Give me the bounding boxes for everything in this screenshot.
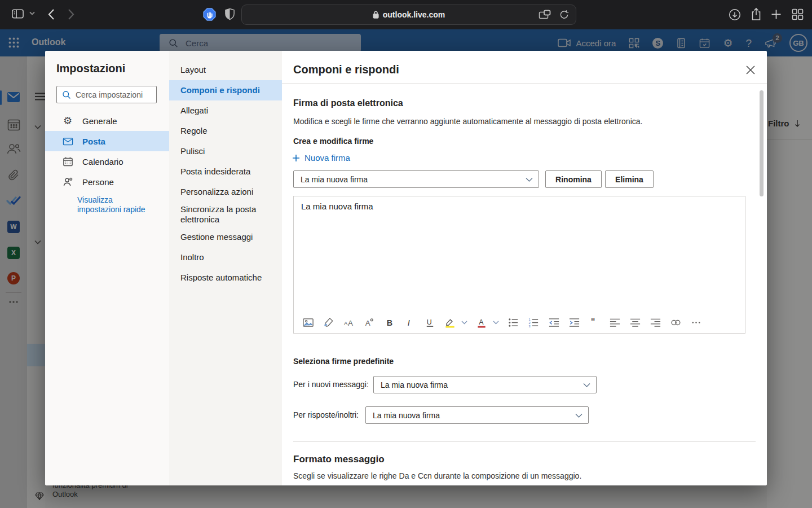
pip-icon[interactable]	[539, 10, 551, 20]
svg-text:3: 3	[528, 324, 530, 327]
new-signature-label: Nuova firma	[304, 153, 350, 163]
create-edit-label: Crea e modifica firme	[293, 137, 373, 146]
indent-icon[interactable]	[568, 316, 580, 329]
signature-name-dropdown[interactable]: La mia nuova firma	[293, 170, 539, 188]
highlight-icon[interactable]	[444, 316, 456, 329]
bullet-list-icon[interactable]	[507, 316, 519, 329]
new-messages-value: La mia nuova firma	[381, 380, 448, 389]
svg-text:I: I	[407, 318, 409, 327]
category-item-risposte-automatiche[interactable]: Risposte automatiche	[169, 268, 282, 288]
new-messages-dropdown[interactable]: La mia nuova firma	[373, 376, 597, 393]
svg-text:A: A	[343, 320, 347, 326]
content-title: Componi e rispondi	[293, 63, 399, 76]
bold-icon[interactable]: B	[383, 316, 395, 329]
settings-content: Componi e rispondi Firma di posta elettr…	[282, 51, 767, 485]
signature-section-title: Firma di posta elettronica	[293, 98, 403, 108]
category-list: LayoutComponi e rispondiAllegatiRegolePu…	[169, 60, 282, 288]
signature-name-value: La mia nuova firma	[301, 175, 368, 184]
replies-label: Per risposte/inoltri:	[293, 410, 359, 419]
category-item-allegati[interactable]: Allegati	[169, 100, 282, 121]
tabgroup-chevron-icon[interactable]	[29, 11, 35, 16]
more-icon[interactable]	[690, 316, 702, 329]
settings-sidebar: Impostazioni ⚙GeneralePostaCalendarioPer…	[45, 51, 169, 485]
scrollbar-thumb[interactable]	[760, 90, 764, 196]
rename-button[interactable]: Rinomina	[545, 170, 602, 188]
settings-search-input[interactable]	[76, 90, 149, 99]
category-item-personalizza-azioni[interactable]: Personalizza azioni	[169, 182, 282, 202]
replies-value: La mia nuova firma	[373, 411, 440, 420]
align-right-icon[interactable]	[649, 316, 661, 329]
content-blocker-icon[interactable]	[202, 7, 217, 21]
settings-nav-label: Generale	[82, 116, 117, 126]
svg-text:": "	[590, 317, 595, 327]
url-text: outlook.live.com	[383, 10, 445, 19]
category-item-inoltro[interactable]: Inoltro	[169, 247, 282, 268]
gear-icon: ⚙	[62, 115, 73, 126]
chevron-icon[interactable]	[461, 316, 467, 329]
chevron-down-icon	[526, 175, 533, 184]
quote-icon[interactable]: "	[588, 316, 601, 329]
settings-nav-label: Posta	[82, 137, 105, 146]
mail-icon	[62, 135, 73, 147]
header-divider	[282, 83, 767, 84]
underline-icon[interactable]: U	[423, 316, 436, 329]
section-divider	[293, 441, 756, 442]
settings-nav-label: Calendario	[82, 157, 123, 167]
forward-icon[interactable]	[68, 8, 74, 20]
lock-icon	[373, 11, 379, 19]
settings-nav-item-posta[interactable]: Posta	[45, 131, 169, 151]
italic-icon[interactable]: I	[403, 316, 416, 329]
format-section-title: Formato messaggio	[293, 454, 385, 465]
settings-nav-item-generale[interactable]: ⚙Generale	[45, 111, 169, 131]
svg-text:A: A	[365, 319, 370, 327]
category-item-layout[interactable]: Layout	[169, 60, 282, 80]
category-item-gestione-messaggi[interactable]: Gestione messaggi	[169, 227, 282, 247]
font-name-icon[interactable]: AA	[342, 316, 355, 329]
default-signatures-title: Seleziona firme predefinite	[293, 357, 394, 366]
outdent-icon[interactable]	[548, 316, 560, 329]
sidebar-icon[interactable]	[11, 8, 24, 19]
settings-title: Impostazioni	[56, 62, 125, 75]
new-tab-icon[interactable]	[770, 8, 782, 20]
svg-text:A: A	[479, 318, 484, 326]
numbered-list-icon[interactable]: 123	[527, 316, 540, 329]
chevron-down-icon	[575, 411, 582, 420]
address-bar[interactable]: outlook.live.com	[241, 5, 576, 25]
chevron-down-icon	[583, 380, 590, 389]
settings-nav-item-calendario[interactable]: Calendario	[45, 151, 169, 172]
settings-search-box[interactable]	[56, 86, 157, 103]
category-item-pulisci[interactable]: Pulisci	[169, 141, 282, 161]
plus-icon	[292, 154, 300, 162]
svg-text:A: A	[348, 319, 353, 327]
new-signature-button[interactable]: Nuova firma	[292, 153, 350, 163]
delete-button[interactable]: Elimina	[605, 170, 654, 188]
font-size-icon[interactable]: A	[363, 316, 375, 329]
category-item-posta-indesiderata[interactable]: Posta indesiderata	[169, 161, 282, 182]
font-color-icon[interactable]: A	[475, 316, 488, 329]
calendar-icon	[62, 156, 73, 167]
signature-section-desc: Modifica e scegli le firme che verranno …	[293, 117, 642, 126]
align-center-icon[interactable]	[629, 316, 641, 329]
chevron-icon[interactable]	[492, 316, 499, 329]
back-icon[interactable]	[48, 8, 55, 20]
close-icon[interactable]	[745, 65, 756, 75]
image-icon[interactable]	[302, 316, 314, 329]
signature-editor[interactable]: La mia nuova firma AAABIUA123"	[293, 196, 745, 334]
replies-dropdown[interactable]: La mia nuova firma	[365, 406, 589, 424]
privacy-shield-icon[interactable]	[224, 7, 235, 21]
settings-nav-label: Persone	[82, 177, 114, 187]
tab-overview-icon[interactable]	[791, 8, 804, 21]
category-item-regole[interactable]: Regole	[169, 121, 282, 141]
category-item-sincronizza-la-posta-elettronica[interactable]: Sincronizza la posta elettronica	[169, 202, 282, 227]
share-icon[interactable]	[751, 7, 762, 21]
format-painter-icon[interactable]	[322, 316, 334, 329]
category-item-componi-e-rispondi[interactable]: Componi e rispondi	[169, 80, 282, 100]
link-icon[interactable]	[669, 316, 682, 329]
settings-nav: ⚙GeneralePostaCalendarioPersone	[45, 111, 169, 192]
svg-text:U: U	[426, 318, 431, 326]
settings-nav-item-persone[interactable]: Persone	[45, 172, 169, 192]
reload-icon[interactable]	[559, 10, 569, 20]
download-icon[interactable]	[729, 8, 741, 21]
quick-settings-link[interactable]: Visualizza impostazioni rapide	[77, 195, 153, 214]
align-left-icon[interactable]	[608, 316, 621, 329]
